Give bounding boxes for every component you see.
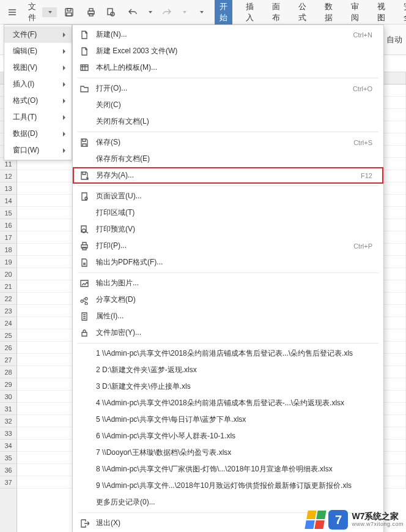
- file-menu-item[interactable]: 3 D:\新建文件夹\停止接单.xls: [73, 378, 383, 395]
- row-header[interactable]: 37: [0, 476, 17, 489]
- file-menu-item[interactable]: 关闭所有文档(L): [73, 113, 383, 130]
- file-menu-item[interactable]: 分享文档(D): [73, 291, 383, 308]
- row-header[interactable]: 15: [0, 207, 17, 219]
- tab-security[interactable]: 安全: [399, 0, 406, 27]
- row-header[interactable]: 31: [0, 403, 17, 415]
- file-menu-item[interactable]: 6 \\Admin-pc\共享文件\小琴人群表-10-1.xls: [73, 428, 383, 444]
- blank-icon: [79, 116, 90, 127]
- file-menu-item[interactable]: 保存(S)Ctrl+S: [73, 134, 383, 151]
- row-header[interactable]: 16: [0, 219, 17, 231]
- undo-caret[interactable]: [142, 7, 157, 17]
- file-menu-item[interactable]: 新建(N)...Ctrl+N: [73, 26, 383, 43]
- classic-menu-item[interactable]: 格式(O): [4, 92, 72, 109]
- file-menu-item-label: 本机上的模板(M)...: [96, 62, 372, 73]
- row-header[interactable]: 19: [0, 256, 17, 268]
- print-icon[interactable]: [81, 4, 101, 21]
- template-icon: [79, 62, 90, 73]
- row-header[interactable]: 34: [0, 440, 17, 452]
- row-header[interactable]: 33: [0, 427, 17, 440]
- file-menu-item[interactable]: 打印(P)...Ctrl+P: [73, 238, 383, 254]
- row-header[interactable]: 14: [0, 195, 17, 207]
- row-header[interactable]: 20: [0, 268, 17, 280]
- file-button[interactable]: 文件: [22, 0, 42, 27]
- tab-start[interactable]: 开始: [215, 0, 232, 27]
- classic-menu-item[interactable]: 文件(F): [4, 26, 72, 43]
- file-menu-item[interactable]: 打开(O)...Ctrl+O: [73, 80, 383, 97]
- more-caret[interactable]: [194, 7, 209, 17]
- redo-caret[interactable]: [177, 7, 191, 17]
- classic-menu-item[interactable]: 数据(D): [4, 126, 72, 142]
- row-header[interactable]: 35: [0, 452, 17, 464]
- row-header[interactable]: 30: [0, 391, 17, 403]
- row-header[interactable]: 29: [0, 378, 17, 391]
- saveas-icon: [79, 170, 90, 181]
- tab-formula[interactable]: 公式: [293, 0, 311, 27]
- menu-icon[interactable]: [2, 4, 22, 21]
- file-menu-item[interactable]: 2 D:\新建文件夹\蓝梦-返现.xlsx: [73, 362, 383, 378]
- classic-menu-item[interactable]: 工具(T): [4, 109, 72, 126]
- row-header[interactable]: 27: [0, 354, 17, 366]
- row-header[interactable]: 22: [0, 293, 17, 305]
- row-header[interactable]: 32: [0, 415, 17, 427]
- file-menu-panel: 新建(N)...Ctrl+N新建 Excel 2003 文件(W)本机上的模板(…: [72, 24, 384, 532]
- tab-view[interactable]: 视图: [372, 0, 390, 27]
- blank-icon: [79, 497, 90, 508]
- chevron-down-icon: [48, 11, 52, 13]
- row-header[interactable]: 26: [0, 342, 17, 354]
- row-header[interactable]: 21: [0, 280, 17, 293]
- file-menu-item-label: 7 \\Dooyor\王林璇\数据档\朵约盈亏表.xlsx: [96, 448, 372, 458]
- row-header[interactable]: 23: [0, 305, 17, 317]
- file-menu-item[interactable]: 输出为图片...: [73, 275, 383, 291]
- row-header[interactable]: 12: [0, 170, 17, 182]
- classic-menu-item[interactable]: 窗口(W): [4, 142, 72, 159]
- props-icon: [79, 311, 90, 322]
- classic-menu-item[interactable]: 插入(I): [4, 76, 72, 92]
- row-header[interactable]: 36: [0, 464, 17, 476]
- menu-separator: [78, 78, 378, 78]
- tab-review[interactable]: 审阅: [346, 0, 364, 27]
- row-header[interactable]: 13: [0, 182, 17, 195]
- file-menu-item-label: 页面设置(U)...: [96, 191, 372, 201]
- file-menu-item[interactable]: 打印预览(V): [73, 221, 383, 238]
- chevron-right-icon: [63, 99, 65, 103]
- file-menu-item-label: 新建(N)...: [96, 29, 347, 40]
- row-header[interactable]: 18: [0, 244, 17, 256]
- save-icon[interactable]: [59, 4, 79, 21]
- file-menu-item[interactable]: 文件加密(Y)...: [73, 324, 383, 341]
- file-menu-item[interactable]: 属性(I)...: [73, 308, 383, 324]
- file-menu-item[interactable]: 本机上的模板(M)...: [73, 59, 383, 76]
- file-menu-item[interactable]: 7 \\Dooyor\王林璇\数据档\朵约盈亏表.xlsx: [73, 444, 383, 461]
- file-menu-item[interactable]: 页面设置(U)...: [73, 188, 383, 204]
- print-preview-icon[interactable]: [101, 4, 120, 21]
- row-header[interactable]: 24: [0, 317, 17, 329]
- file-menu-item[interactable]: 4 \\Admin-pc\共享文件\2018朵约前港店铺成本售后登记表-...\…: [73, 395, 383, 411]
- file-menu-item[interactable]: 更多历史记录(0)...: [73, 494, 383, 511]
- row-header[interactable]: 17: [0, 231, 17, 244]
- file-menu-item[interactable]: 新建 Excel 2003 文件(W): [73, 43, 383, 59]
- tab-data[interactable]: 数据: [320, 0, 338, 27]
- row-header[interactable]: 28: [0, 366, 17, 378]
- row-header[interactable]: 25: [0, 329, 17, 342]
- file-menu-item[interactable]: 8 \\Admin-pc\共享文件\厂家供图-灯饰\...\2018年10月宣途…: [73, 461, 383, 478]
- undo-icon[interactable]: [123, 4, 142, 21]
- tab-insert[interactable]: 插入: [241, 0, 259, 27]
- redo-icon[interactable]: [157, 4, 177, 21]
- file-menu-item[interactable]: 另存为(A)...F12: [73, 167, 383, 184]
- file-menu-item-label: 文件加密(Y)...: [96, 328, 372, 338]
- classic-menu-label: 窗口(W): [13, 145, 39, 155]
- file-menu-item[interactable]: 1 \\Admin-pc\共享文件\2018朵约前港店铺成本售后登记表...\朵…: [73, 345, 383, 362]
- file-menu-item[interactable]: 打印区域(T): [73, 204, 383, 221]
- svg-rect-6: [108, 9, 113, 15]
- file-menu-item[interactable]: 保存所有文档(E): [73, 151, 383, 167]
- blank-icon: [79, 154, 90, 165]
- file-menu-item[interactable]: 关闭(C): [73, 97, 383, 113]
- file-menu-item[interactable]: 5 \\Admin-pc\共享文件\每日订单\蓝梦下单.xlsx: [73, 411, 383, 428]
- classic-menu-item[interactable]: 编辑(E): [4, 43, 72, 59]
- classic-menu-item[interactable]: 视图(V): [4, 59, 72, 76]
- file-menu-item[interactable]: 输出为PDF格式(F)...: [73, 254, 383, 271]
- file-menu-item[interactable]: 9 \\Admin-pc\共享文件...\2018年10月致远灯饰供货报价最新修…: [73, 478, 383, 494]
- file-menu-item-label: 6 \\Admin-pc\共享文件\小琴人群表-10-1.xls: [96, 431, 372, 441]
- chevron-down-icon: [200, 11, 204, 13]
- file-dropdown-caret[interactable]: [42, 7, 57, 17]
- menu-separator: [78, 343, 378, 343]
